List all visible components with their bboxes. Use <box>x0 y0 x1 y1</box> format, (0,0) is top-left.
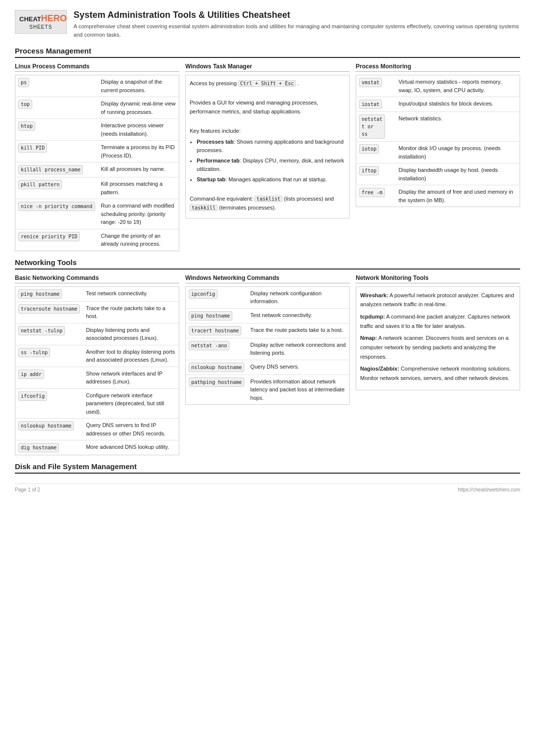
list-item: Performance tab: Displays CPU, memory, d… <box>197 157 345 174</box>
command-desc: Display dynamic real-time view of runnin… <box>98 97 179 119</box>
windows-networking-col: Windows Networking Commands ipconfigDisp… <box>185 274 350 456</box>
list-item: Nmap: A network scanner. Discovers hosts… <box>360 333 516 361</box>
command-tag: pathping hostname <box>189 378 244 387</box>
linux-commands-table: psDisplay a snapshot of the current proc… <box>15 75 179 251</box>
command-desc: Test network connectivity. <box>83 286 179 301</box>
command-desc: Virtual memory statistics - reports memo… <box>396 75 520 97</box>
footer-url[interactable]: https://cheatsheetshero.com <box>458 487 520 492</box>
command-tag: netstat -tulnp <box>18 326 65 335</box>
logo: CHEATHERO SHEETS <box>15 10 67 34</box>
command-desc: Configure network interface parameters (… <box>83 388 179 419</box>
table-row: iostatInput/output statistics for block … <box>356 97 520 112</box>
command-tag: killall process_name <box>18 165 83 174</box>
command-tag: netstatt orss <box>359 114 385 139</box>
command-tag: tracert hostname <box>189 326 241 335</box>
table-row: netstat -tulnpDisplay listening ports an… <box>15 323 179 345</box>
basic-networking-title: Basic Networking Commands <box>15 274 179 283</box>
table-row: ipconfigDisplay network configuration in… <box>186 286 350 308</box>
windows-shortcut-code: Ctrl + Shift + Esc <box>238 80 296 87</box>
command-desc: Display a snapshot of the current proces… <box>98 75 179 97</box>
network-monitoring-box: Wireshark: A powerful network protocol a… <box>356 286 520 390</box>
table-row: nice -n priority commandRun a command wi… <box>15 199 179 229</box>
command-desc: Query DNS servers to find IP addresses o… <box>83 419 179 440</box>
windows-networking-title: Windows Networking Commands <box>185 274 350 283</box>
network-monitoring-col: Network Monitoring Tools Wireshark: A po… <box>356 274 520 456</box>
windows-key-features-label: Key features include: <box>190 127 345 136</box>
list-item: Startup tab: Manages applications that r… <box>197 175 345 184</box>
process-monitoring-title: Process Monitoring <box>356 63 520 72</box>
command-tag: ps <box>18 78 29 87</box>
command-desc: Kill all processes by name. <box>98 162 179 177</box>
command-desc: Trace the route packets take to a host. <box>83 301 179 323</box>
command-tag: ip addr <box>18 370 44 379</box>
command-tag: nice -n priority command <box>18 202 95 211</box>
command-tag: dig hostname <box>18 443 59 452</box>
command-tag: ss -tulnp <box>18 348 50 357</box>
command-desc: Monitor disk I/O usage by process. (need… <box>396 142 520 163</box>
windows-task-manager-col: Windows Task Manager Access by pressing … <box>185 63 350 251</box>
header: CHEATHERO SHEETS System Administration T… <box>15 10 520 39</box>
networking-cols: Basic Networking Commands ping hostnameT… <box>15 274 520 456</box>
command-desc: Kill processes matching a pattern. <box>98 177 179 199</box>
command-tag: iostat <box>359 100 382 109</box>
command-tag: kill PID <box>18 143 47 153</box>
logo-hero: HERO <box>41 13 67 23</box>
network-monitoring-title: Network Monitoring Tools <box>356 274 520 283</box>
table-row: iotopMonitor disk I/O usage by process. … <box>356 142 520 163</box>
command-desc: Network statistics. <box>396 112 520 142</box>
process-management-cols: Linux Process Commands psDisplay a snaps… <box>15 63 520 251</box>
command-tag: top <box>18 100 32 109</box>
windows-networking-table: ipconfigDisplay network configuration in… <box>185 286 350 405</box>
section-networking: Networking Tools <box>15 258 520 270</box>
logo-cheat: CHEAT <box>19 15 41 23</box>
command-tag: pkill pattern <box>18 180 62 189</box>
table-row: free -mDisplay the amount of free and us… <box>356 185 520 207</box>
table-row: nslookup hostnameQuery DNS servers. <box>186 360 350 375</box>
basic-networking-col: Basic Networking Commands ping hostnameT… <box>15 274 179 456</box>
table-row: htopInteractive process viewer (needs in… <box>15 119 179 141</box>
command-tag: ipconfig <box>189 289 217 299</box>
command-desc: Query DNS servers. <box>247 360 349 375</box>
process-monitoring-col: Process Monitoring vmstatVirtual memory … <box>356 63 520 251</box>
windows-cmdline-para: Command-line equivalent: tasklist (lists… <box>190 195 345 212</box>
table-row: renice priority PIDChange the priority o… <box>15 229 179 251</box>
command-tag: nslookup hostname <box>189 363 244 372</box>
command-desc: Terminate a process by its PID (Process … <box>98 141 179 162</box>
command-tag: netstat -ano <box>189 341 229 350</box>
command-desc: Display listening ports and associated p… <box>83 323 179 345</box>
page-description: A comprehensive cheat sheet covering ess… <box>74 22 520 39</box>
table-row: nslookup hostnameQuery DNS servers to fi… <box>15 419 179 440</box>
command-tag: ping hostname <box>189 311 232 321</box>
table-row: dig hostnameMore advanced DNS lookup uti… <box>15 440 179 455</box>
list-item: Processes tab: Shows running application… <box>197 138 345 155</box>
section-disk: Disk and File System Management <box>15 462 520 474</box>
command-desc: Display active network connections and l… <box>247 338 349 360</box>
command-tag: ping hostname <box>18 289 62 299</box>
command-desc: Provides information about network laten… <box>247 375 349 405</box>
table-row: traceroute hostnameTrace the route packe… <box>15 301 179 323</box>
table-row: pathping hostnameProvides information ab… <box>186 375 350 405</box>
section-process-management: Process Management <box>15 47 520 58</box>
command-desc: Show network interfaces and IP addresses… <box>83 367 179 388</box>
linux-col-title: Linux Process Commands <box>15 63 179 72</box>
page-title: System Administration Tools & Utilities … <box>74 10 520 20</box>
table-row: iftopDisplay bandwidth usage by host. (n… <box>356 163 520 185</box>
command-desc: Run a command with modified scheduling p… <box>98 199 179 229</box>
table-row: psDisplay a snapshot of the current proc… <box>15 75 179 97</box>
table-row: kill PIDTerminate a process by its PID (… <box>15 141 179 162</box>
command-desc: Test network connectivity. <box>247 308 349 323</box>
command-desc: Trace the route packets take to a host. <box>247 323 349 338</box>
table-row: ip addrShow network interfaces and IP ad… <box>15 367 179 388</box>
command-tag: traceroute hostname <box>18 304 80 314</box>
command-desc: Display bandwidth usage by host. (needs … <box>396 163 520 185</box>
table-row: topDisplay dynamic real-time view of run… <box>15 97 179 119</box>
command-tag: vmstat <box>359 78 382 87</box>
windows-shortcut-para: Access by pressing Ctrl + Shift + Esc . <box>190 79 345 88</box>
command-tag: iotop <box>359 144 379 154</box>
table-row: ss -tulnpAnother tool to display listeni… <box>15 345 179 367</box>
command-desc: Interactive process viewer (needs instal… <box>98 119 179 141</box>
header-text: System Administration Tools & Utilities … <box>74 10 520 39</box>
table-row: killall process_nameKill all processes b… <box>15 162 179 177</box>
command-tag: renice priority PID <box>18 232 80 241</box>
command-tag: nslookup hostname <box>18 421 74 431</box>
